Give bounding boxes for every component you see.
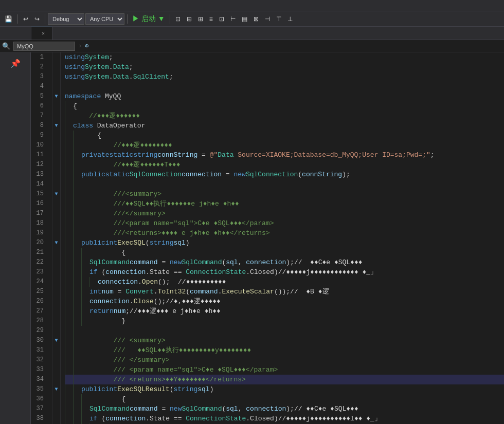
code-line: using System; (65, 52, 504, 62)
fold-indicator[interactable]: ▼ (52, 189, 60, 199)
line-number: 28 (31, 316, 48, 326)
code-line: ///</summary> (65, 209, 504, 218)
line-number: 31 (31, 345, 48, 355)
toolbar-icon-8[interactable]: ⊠ (251, 14, 261, 24)
fold-indicator[interactable]: ▼ (52, 384, 60, 394)
code-line: /// <returns>♦♦Y♦♦♦♦♦♦♦</returns> (65, 375, 504, 384)
code-line: { (65, 248, 504, 257)
code-content[interactable]: using System; using System.Data; using S… (61, 52, 504, 424)
debug-config-select[interactable]: Debug Release (48, 13, 84, 25)
menu-item-project[interactable] (2, 5, 10, 7)
line-number: 15 (31, 189, 48, 199)
toolbar-icon-7[interactable]: ▤ (239, 14, 250, 24)
line-number: 23 (31, 267, 48, 277)
menu-item-analyze[interactable] (51, 5, 60, 7)
menu-item-tools[interactable] (35, 5, 43, 7)
line-number: 9 (31, 131, 48, 140)
menu-item-help[interactable] (68, 5, 76, 7)
fold-indicator (52, 62, 60, 72)
code-line: SqlCommand command = new SqlCommand(sql,… (65, 257, 504, 267)
breadcrumb-bar: 🔍 › ⊕ (0, 40, 504, 52)
fold-indicator[interactable]: ▼ (52, 91, 60, 101)
line-number: 36 (31, 394, 48, 404)
fold-indicator[interactable]: ▼ (52, 336, 60, 345)
toolbar-icon-1[interactable]: ⊡ (173, 14, 183, 24)
line-number: 2 (31, 62, 48, 72)
fold-indicator (52, 375, 60, 384)
fold-indicator (52, 101, 60, 111)
tab-dataoperator[interactable]: ✕ (31, 27, 52, 40)
main-layout: 📌 12345678910111213141516171819202122232… (0, 52, 504, 424)
line-numbers: 1234567891011121314151617181920212223242… (31, 52, 52, 424)
toolbar-icon-4[interactable]: ≡ (207, 14, 215, 24)
toolbar-icon-10[interactable]: ⊤ (274, 14, 284, 24)
menu-item-debug[interactable] (19, 5, 27, 7)
menu-item-window[interactable] (60, 5, 68, 7)
code-line: int num = Convert.ToInt32(command.Execut… (65, 287, 504, 297)
line-number: 5 (31, 91, 48, 101)
tab-close-button[interactable]: ✕ (41, 30, 46, 36)
fold-indicator (52, 297, 60, 306)
code-line: public int ExecSQLResult(string sql) (65, 384, 504, 394)
save-button[interactable]: 💾 (2, 14, 15, 24)
panel-pin-icon[interactable]: 📌 (6, 54, 25, 73)
fold-indicator (52, 160, 60, 170)
fold-indicator (52, 267, 60, 277)
fold-indicator (52, 257, 60, 267)
line-number: 14 (31, 179, 48, 189)
code-line: public static SqlConnection connection =… (65, 170, 504, 179)
line-number: 13 (31, 170, 48, 179)
fold-indicator[interactable]: ▼ (52, 121, 60, 131)
search-input[interactable] (13, 42, 75, 51)
fold-indicator (52, 365, 60, 375)
toolbar-icon-9[interactable]: ⊣ (262, 14, 273, 24)
code-line: //♦♦♦逻♦♦♦♦♦♦T♦♦♦ (65, 160, 504, 170)
code-line: ///<param name="sql">C♦e ♦SQL♦♦♦</param> (65, 218, 504, 228)
code-line: private static string connString = @"Dat… (65, 150, 504, 160)
code-line: if (connection.State == ConnectionState.… (65, 414, 504, 423)
line-number: 38 (31, 414, 48, 423)
code-container: 1234567891011121314151617181920212223242… (31, 52, 504, 424)
fold-column: ▼▼▼▼▼▼▼ (52, 52, 61, 424)
toolbar-icon-6[interactable]: ⊢ (228, 14, 238, 24)
fold-indicator (52, 306, 60, 316)
code-line: /// </summary> (65, 355, 504, 365)
code-line: /// <param name="sql">C♦e ♦SQL♦♦♦</param… (65, 365, 504, 375)
separator-4 (170, 14, 170, 24)
code-line: //♦♦♦逻♦♦♦♦♦♦♦♦ (65, 140, 504, 150)
line-number: 17 (31, 209, 48, 218)
start-button[interactable]: ▶ 启动 ▼ (130, 13, 167, 25)
menu-item-build[interactable] (10, 5, 19, 7)
code-line (65, 179, 504, 189)
left-panel: 📌 (0, 52, 31, 424)
fold-indicator[interactable]: ▼ (52, 238, 60, 248)
breadcrumb-separator: › (78, 43, 82, 50)
undo-button[interactable]: ↩ (21, 14, 31, 24)
line-number: 35 (31, 384, 48, 394)
line-number: 33 (31, 365, 48, 375)
toolbar: 💾 ↩ ↪ Debug Release Any CPU x86 x64 ▶ 启动… (0, 11, 504, 27)
platform-select[interactable]: Any CPU x86 x64 (85, 13, 124, 25)
fold-indicator (52, 82, 60, 91)
toolbar-icon-11[interactable]: ⊥ (285, 14, 295, 24)
code-line: /// <summary> (65, 336, 504, 345)
fold-indicator (52, 131, 60, 140)
separator-2 (45, 14, 45, 24)
code-line: { (65, 131, 504, 140)
menu-item-test[interactable] (43, 5, 51, 7)
toolbar-icon-5[interactable]: ⊡ (217, 14, 227, 24)
fold-indicator (52, 218, 60, 228)
code-line: //♦♦♦逻♦♦♦♦♦♦ (65, 111, 504, 121)
code-line (65, 326, 504, 336)
toolbar-icon-2[interactable]: ⊟ (184, 14, 194, 24)
line-number: 30 (31, 336, 48, 345)
menu-item-team[interactable] (27, 5, 35, 7)
toolbar-icon-3[interactable]: ⊞ (195, 14, 206, 24)
namespace-icon: ⊕ (85, 42, 88, 50)
tab-bar: ✕ (0, 27, 504, 40)
line-number: 22 (31, 257, 48, 267)
fold-indicator (52, 414, 60, 423)
redo-button[interactable]: ↪ (32, 14, 42, 24)
menu-bar (0, 0, 504, 11)
fold-indicator (52, 228, 60, 238)
